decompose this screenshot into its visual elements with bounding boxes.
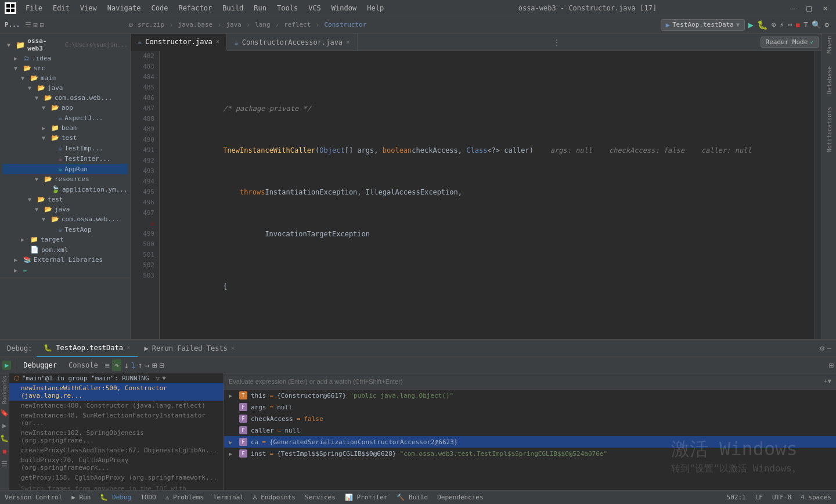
debug-frame-1[interactable]: newInstance:480, Constructor (java.lang.… (9, 401, 224, 411)
tree-com-ossa[interactable]: ▼ 📂 com.ossa.web... (2, 93, 128, 103)
debug-button[interactable]: 🐛 (757, 20, 768, 30)
restore-layout-icon[interactable]: ⊞ (829, 361, 834, 370)
status-dependencies[interactable]: Dependencies (437, 494, 483, 501)
tree-scratches[interactable]: ▶ ✏ (2, 265, 128, 275)
status-problems[interactable]: ⚠ Problems (165, 494, 204, 501)
expand-icon[interactable]: ⊞ (34, 21, 38, 29)
tree-test-pkg[interactable]: ▼ 📂 test (2, 133, 128, 143)
code-content[interactable]: /* package-private */ T newInstanceWithC… (160, 51, 815, 339)
stop-button[interactable]: ◼ (796, 20, 801, 29)
var-inst[interactable]: ▶ F inst = {TestImpl$$SpringCGLIB$$0@662… (224, 448, 836, 459)
tree-pom[interactable]: ▶ 📄 pom.xml (2, 244, 128, 255)
debug-frame-6[interactable]: getProxy:158, CglibAopProxy (org.springf… (9, 473, 224, 483)
gear-icon[interactable]: ⚙ (824, 20, 829, 29)
maximize-button[interactable]: □ (803, 2, 815, 14)
translate-button[interactable]: T (803, 20, 808, 29)
menu-tools[interactable]: Tools (272, 3, 302, 13)
stop-icon-side[interactable]: ◼ (0, 445, 9, 458)
settings-icon[interactable]: ⚙ (129, 21, 133, 29)
menu-build[interactable]: Build (218, 3, 248, 13)
status-endpoints[interactable]: ⚓ Endpoints (253, 494, 296, 501)
minimize-button[interactable]: — (787, 2, 798, 14)
run-to-cursor-btn[interactable]: → (145, 361, 149, 370)
debug-minimize-icon[interactable]: — (827, 344, 831, 352)
vertical-scrollbar[interactable] (815, 51, 821, 339)
evaluate-btn[interactable]: ⊞ (152, 361, 157, 370)
console-tab-btn[interactable]: Console (64, 360, 103, 370)
debug-frame-5[interactable]: buildProxy:70, CglibAopProxy (org.spring… (9, 455, 224, 473)
debug-settings-icon[interactable]: ⚙ (820, 344, 824, 352)
thread-filter-icon[interactable]: ▽ (156, 375, 160, 382)
tab-accessor-close[interactable]: × (346, 38, 350, 46)
tree-idea[interactable]: ▶ 🗂 .idea (2, 53, 128, 63)
status-profiler[interactable]: 📊 Profiler (345, 494, 388, 501)
tree-bean[interactable]: ▶ 📁 bean (2, 123, 128, 133)
tree-java[interactable]: ▼ 📂 java (2, 83, 128, 93)
menu-code[interactable]: Code (147, 3, 173, 13)
tree-test-root[interactable]: ▼ 📂 test (2, 195, 128, 204)
menu-file[interactable]: File (21, 3, 47, 13)
rerun-tab-close[interactable]: × (231, 344, 235, 352)
menu-window[interactable]: Window (327, 3, 361, 13)
run-config-dropdown-icon[interactable]: ▼ (736, 21, 740, 28)
status-encoding[interactable]: UTF-8 (772, 494, 791, 501)
structure-icon[interactable]: ☰ (25, 21, 31, 29)
breadcrumb-reflect[interactable]: reflect (284, 21, 311, 28)
var-caller[interactable]: ▶ F caller = null (224, 424, 836, 436)
tree-resources[interactable]: ▼ 📂 resources (2, 174, 128, 184)
var-checkaccess[interactable]: ▶ F checkAccess = false (224, 413, 836, 424)
eval-expand-icon[interactable]: ▼ (827, 377, 831, 385)
status-build[interactable]: 🔨 Build (397, 494, 428, 501)
tab-overflow-icon[interactable]: ⋮ (553, 38, 561, 47)
tree-project-root[interactable]: ▼ 📁 ossa-web3 C:\Users\sunjin... (2, 36, 128, 53)
status-line-ending[interactable]: LF (755, 494, 763, 501)
thread-expand-icon[interactable]: ▼ (162, 375, 166, 382)
status-debug[interactable]: 🐛 Debug (100, 494, 131, 501)
debug-tab-close[interactable]: × (127, 344, 131, 351)
tree-src[interactable]: ▼ 📂 src (2, 63, 128, 73)
status-version-control[interactable]: Version Control (5, 494, 62, 501)
tree-apprun[interactable]: ▶ ☕ AppRun (2, 164, 128, 174)
breadcrumb-constructor[interactable]: Constructor (325, 21, 367, 28)
tree-target[interactable]: ▶ 📁 target (2, 235, 128, 244)
menu-navigate[interactable]: Navigate (103, 3, 146, 13)
menu-help[interactable]: Help (362, 3, 388, 13)
tab-constructor-java[interactable]: ☕ Constructor.java × (131, 34, 227, 51)
tree-aop[interactable]: ▼ 📂 aop (2, 103, 128, 113)
tree-testinter[interactable]: ▶ ☕ TestInter... (2, 153, 128, 164)
var-ca[interactable]: ▶ F ca = {GeneratedSerializationConstruc… (224, 436, 836, 448)
more-run-icon[interactable]: ⋯ (788, 20, 792, 29)
breadcrumb-srczip[interactable]: src.zip (138, 21, 164, 28)
var-this[interactable]: ▶ T this = {Constructor@6617} "public ja… (224, 390, 836, 401)
eval-add-watch[interactable]: + (824, 377, 828, 385)
search-button[interactable]: 🔍 (812, 20, 821, 29)
debugger-tab-btn[interactable]: Debugger (19, 360, 62, 370)
structure-icon-side[interactable]: ☰ (0, 458, 10, 470)
maven-label[interactable]: Maven (826, 36, 833, 53)
database-label[interactable]: Database (826, 66, 833, 94)
var-args[interactable]: ▶ F args = null (224, 401, 836, 413)
run-icon-side[interactable]: ▶ (0, 419, 9, 432)
tab-constructor-close[interactable]: × (216, 38, 220, 45)
tree-test-java[interactable]: ▼ 📂 java (2, 204, 128, 214)
debug-tab-testaop[interactable]: 🐛 TestAop.testData × (37, 340, 137, 357)
status-services[interactable]: Services (305, 494, 336, 501)
debug-frame-3[interactable]: newInstance:102, SpringObjenesis (org.sp… (9, 428, 224, 445)
resume-button[interactable]: ▶ (2, 361, 11, 370)
reader-mode-button[interactable]: Reader Mode ✓ (761, 37, 819, 48)
tree-testimp[interactable]: ▶ ☕ TestImp... (2, 143, 128, 153)
run-button[interactable]: ▶ (748, 20, 754, 30)
debug-tab-rerun[interactable]: ▶ Rerun Failed Tests × (138, 340, 242, 357)
tree-testaop[interactable]: ▶ ☕ TestAop (2, 224, 128, 235)
step-into-btn[interactable]: ↓ (124, 361, 128, 370)
tab-constructor-accessor[interactable]: ☕ ConstructorAccessor.java × (227, 34, 357, 51)
step-over-btn[interactable]: ↷ (112, 359, 121, 371)
menu-view[interactable]: View (75, 3, 102, 13)
tree-main[interactable]: ▼ 📂 main (2, 73, 128, 83)
tree-test-com[interactable]: ▼ 📂 com.ossa.web... (2, 214, 128, 224)
run-configuration[interactable]: ▶ TestAop.testData ▼ (661, 19, 745, 31)
force-step-into-btn[interactable]: ⤵ (131, 361, 135, 370)
menu-vcs[interactable]: VCS (304, 3, 326, 13)
debug-frame-0[interactable]: newInstanceWithCaller:500, Constructor (… (9, 383, 224, 401)
bookmarks-label[interactable]: Bookmarks (2, 373, 8, 406)
